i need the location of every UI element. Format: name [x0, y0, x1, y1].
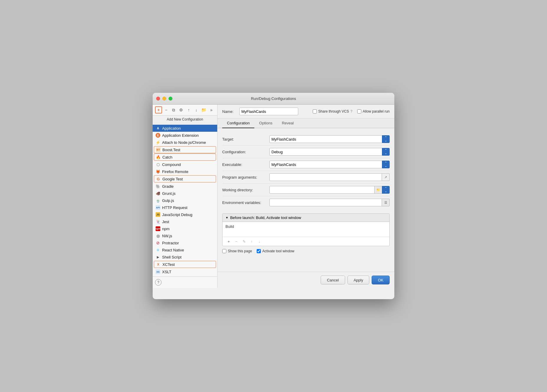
working-dir-dropdown-btn[interactable]: ⌃⌄ — [382, 186, 390, 194]
working-dir-input[interactable] — [269, 186, 375, 194]
protractor-label: Protractor — [162, 241, 179, 245]
configuration-input[interactable] — [269, 148, 382, 156]
sidebar-item-http[interactable]: API HTTP Request — [153, 204, 217, 211]
catch-label: Catch — [162, 155, 172, 159]
ok-button[interactable]: OK — [372, 276, 390, 284]
sidebar-item-npm[interactable]: npm npm — [153, 225, 217, 232]
tab-options[interactable]: Options — [254, 118, 277, 128]
sidebar-item-attach-node[interactable]: ⚡ Attach to Node.js/Chrome — [153, 139, 217, 146]
show-page-group: Show this page — [222, 249, 252, 253]
xslt-icon: XS — [156, 269, 160, 274]
catch-icon: 🔥 — [156, 155, 161, 159]
working-dir-value: 📁 ⌃⌄ — [269, 186, 390, 194]
add-config-button[interactable]: + — [155, 106, 162, 113]
program-args-input[interactable] — [269, 173, 382, 181]
working-dir-field-row: Working directory: 📁 ⌃⌄ — [222, 184, 390, 196]
sidebar-item-catch[interactable]: 🔥 Catch — [154, 154, 216, 161]
sidebar-item-application[interactable]: A Application — [153, 125, 217, 132]
folder-button[interactable]: 📁 — [200, 106, 207, 113]
move-up-button[interactable]: ↑ — [185, 106, 192, 113]
tab-configuration[interactable]: Configuration — [222, 118, 254, 128]
program-args-value: ↗ — [269, 173, 390, 181]
app-extension-icon: E — [156, 133, 160, 138]
env-vars-edit-btn[interactable]: ☰ — [382, 199, 390, 206]
sidebar-item-nwjs[interactable]: ◎ NW.js — [153, 232, 217, 239]
sidebar-item-jest[interactable]: 🃏 Jest — [153, 218, 217, 225]
sidebar-item-shell-script[interactable]: ▶ Shell Script — [153, 253, 217, 261]
target-dropdown-btn[interactable]: ⌃⌄ — [382, 135, 390, 143]
settings-button[interactable]: ⚙ — [178, 106, 185, 113]
more-button[interactable]: » — [208, 106, 215, 113]
name-options: Share through VCS ? Allow parallel run — [313, 109, 390, 113]
gulpjs-icon: 🍵 — [156, 198, 160, 203]
bl-add-btn[interactable]: + — [225, 238, 232, 245]
sidebar-item-firefox[interactable]: 🦊 Firefox Remote — [153, 168, 217, 175]
config-area: Target: ⌃⌄ Configuration: — [218, 128, 394, 261]
working-dir-folder-btn[interactable]: 📁 — [375, 186, 382, 194]
xslt-label: XSLT — [162, 270, 172, 274]
executable-dropdown-btn[interactable]: ⌃⌄ — [382, 161, 390, 168]
bl-up-btn[interactable]: ↑ — [248, 238, 255, 245]
help-button[interactable]: ? — [155, 279, 162, 286]
apply-button[interactable]: Apply — [347, 276, 370, 284]
xctest-label: XCTest — [162, 262, 175, 267]
titlebar: Run/Debug Configurations — [153, 93, 394, 105]
firefox-icon: 🦊 — [156, 169, 160, 174]
http-icon: API — [156, 205, 160, 210]
gradle-label: Gradle — [162, 184, 174, 189]
cancel-button[interactable]: Cancel — [321, 276, 345, 284]
copy-config-button[interactable]: ⧉ — [170, 106, 177, 113]
boost-test-icon: BT — [156, 147, 161, 152]
footer-buttons: Cancel Apply OK — [218, 272, 394, 288]
bl-down-btn[interactable]: ↓ — [256, 238, 263, 245]
before-launch-toolbar: + − ✎ ↑ ↓ — [223, 237, 389, 246]
show-page-checkbox[interactable] — [222, 249, 226, 253]
activate-window-checkbox[interactable] — [257, 249, 261, 253]
sidebar-item-react-native[interactable]: ⚛ React Native — [153, 246, 217, 253]
http-label: HTTP Request — [162, 205, 187, 210]
react-native-icon: ⚛ — [156, 248, 160, 252]
sidebar-item-xslt[interactable]: XS XSLT — [153, 268, 217, 275]
tab-reveal[interactable]: Reveal — [277, 118, 298, 128]
share-vcs-help-icon[interactable]: ? — [350, 109, 352, 113]
target-input[interactable] — [269, 135, 382, 143]
program-args-expand-btn[interactable]: ↗ — [382, 173, 390, 181]
sidebar-item-compound[interactable]: ⬡ Compound — [153, 161, 217, 168]
allow-parallel-checkbox[interactable] — [357, 109, 361, 113]
firefox-label: Firefox Remote — [162, 169, 188, 174]
sidebar: + − ⧉ ⚙ ↑ ↓ 📁 » Add New Configuration A … — [153, 105, 218, 288]
app-extension-label: Application Extension — [162, 133, 199, 138]
application-label: Application — [162, 126, 181, 131]
configuration-dropdown-btn[interactable]: ⌃⌄ — [382, 148, 390, 156]
sidebar-item-js-debug[interactable]: JS JavaScript Debug — [153, 211, 217, 218]
configuration-value: ⌃⌄ — [269, 148, 390, 156]
collapse-arrow-icon[interactable]: ▼ — [225, 216, 228, 219]
executable-value: ⌃⌄ — [269, 161, 390, 168]
move-down-button[interactable]: ↓ — [193, 106, 200, 113]
env-vars-input[interactable] — [269, 199, 382, 206]
minimize-button[interactable] — [162, 97, 166, 101]
maximize-button[interactable] — [169, 97, 172, 101]
sidebar-item-xctest[interactable]: X XCTest — [154, 261, 216, 268]
gruntjs-label: Grunt.js — [162, 191, 176, 196]
sidebar-item-protractor[interactable]: ⊘ Protractor — [153, 239, 217, 246]
sidebar-item-google-test[interactable]: G Google Test — [154, 175, 216, 182]
remove-config-button[interactable]: − — [163, 106, 170, 113]
name-input[interactable] — [239, 108, 298, 115]
add-config-header: Add New Configuration — [153, 116, 217, 123]
boost-test-label: Boost.Test — [162, 148, 180, 152]
program-args-label: Program arguments: — [222, 175, 269, 179]
application-icon: A — [156, 126, 160, 131]
target-field-row: Target: ⌃⌄ — [222, 133, 390, 146]
sidebar-item-gulpjs[interactable]: 🍵 Gulp.js — [153, 197, 217, 204]
share-vcs-checkbox[interactable] — [313, 109, 317, 113]
close-button[interactable] — [156, 97, 160, 101]
traffic-lights — [156, 97, 172, 101]
sidebar-item-boost-test[interactable]: BT Boost.Test — [154, 146, 216, 153]
sidebar-item-gradle[interactable]: 🐘 Gradle — [153, 183, 217, 190]
executable-input[interactable] — [269, 161, 382, 168]
bl-remove-btn[interactable]: − — [233, 238, 240, 245]
sidebar-item-gruntjs[interactable]: 🐗 Grunt.js — [153, 190, 217, 197]
bl-edit-btn[interactable]: ✎ — [241, 238, 247, 245]
sidebar-item-app-extension[interactable]: E Application Extension — [153, 132, 217, 139]
